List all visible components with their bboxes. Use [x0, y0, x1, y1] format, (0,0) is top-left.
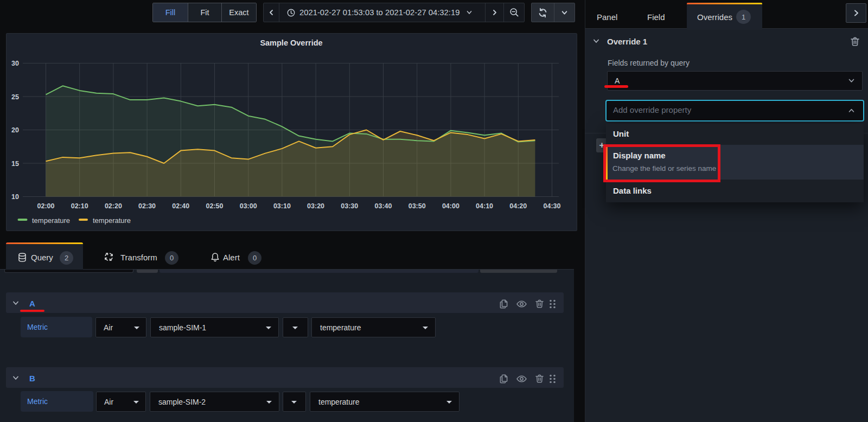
svg-text:03:10: 03:10: [273, 202, 291, 210]
svg-text:02:50: 02:50: [206, 202, 224, 210]
svg-text:04:30: 04:30: [544, 202, 561, 210]
svg-text:04:10: 04:10: [476, 202, 493, 210]
svg-text:04:00: 04:00: [442, 202, 459, 210]
svg-text:02:20: 02:20: [105, 202, 122, 210]
svg-text:20: 20: [11, 126, 19, 134]
svg-text:02:10: 02:10: [71, 202, 88, 210]
svg-text:temperature: temperature: [93, 216, 131, 225]
svg-text:04:20: 04:20: [509, 202, 527, 210]
svg-text:03:20: 03:20: [307, 202, 324, 210]
svg-text:02:40: 02:40: [172, 202, 189, 210]
svg-text:03:50: 03:50: [409, 202, 426, 210]
svg-text:temperature: temperature: [32, 216, 70, 225]
svg-text:03:40: 03:40: [375, 202, 392, 210]
svg-text:03:00: 03:00: [240, 202, 257, 210]
svg-text:02:30: 02:30: [138, 202, 156, 210]
svg-text:15: 15: [11, 160, 19, 168]
svg-text:02:00: 02:00: [37, 202, 55, 210]
svg-text:30: 30: [11, 60, 19, 67]
svg-text:10: 10: [11, 193, 19, 201]
svg-text:25: 25: [11, 93, 19, 101]
svg-text:03:30: 03:30: [341, 202, 358, 210]
svg-text:Sample Override: Sample Override: [260, 39, 322, 47]
